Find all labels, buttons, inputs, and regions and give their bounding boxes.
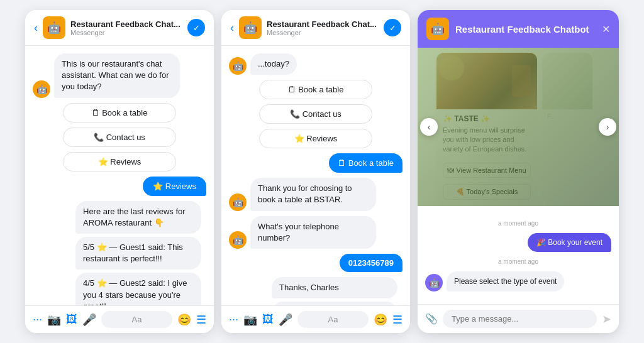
book-table-btn-p2[interactable]: 🗒 Book a table [259,80,372,99]
header-title-p2: Restaurant Feedback Chat... [267,19,379,29]
text-input-p2[interactable]: Aa [297,311,369,328]
back-button[interactable]: ‹ [34,21,38,35]
mic-icon-p2[interactable]: 🎤 [279,313,292,327]
user-book-p2: 🗒 Book a table [329,153,402,173]
widget-send-icon[interactable]: ➤ [602,312,611,326]
bot-bubble-1: This is our restaurant's chat assistant.… [54,53,180,98]
user-reviews-p1: ⭐ Reviews [143,177,206,196]
bot-avatar-p2: 🤖 [239,16,262,39]
chat-body-p1: 🤖 This is our restaurant's chat assistan… [25,46,214,305]
widget-title: Restaurant Feedback Chatbot [455,24,596,35]
carousel: ‹ ✨ TASTE ✨ Evening menu will surprise y… [418,48,619,206]
bot-phone-p2: What's your telephone number? [250,216,376,249]
bot-row-charles-p2: 🤖 Thanks, Charles How many people do you… [229,277,402,305]
chat-footer-p1: ··· 📷 🖼 🎤 Aa 😊 ☰ [25,305,214,333]
bot-row-phone-p2: 🤖 What's your telephone number? [229,216,402,249]
bot-intro-p2: ...today? [250,53,297,75]
panel-2: ‹ 🤖 Restaurant Feedback Chat... Messenge… [221,10,410,333]
user-phone-p2: 0123456789 [340,254,402,272]
review-2: 4/5 ⭐ — Guest2 said: I give you 4 stars … [75,273,201,305]
bot-charles-p2: Thanks, Charles [272,277,397,298]
bot-thank-p2: Thank you for choosing to book a table a… [250,178,376,210]
widget-messages: a moment ago 🎉 Book your event a moment … [418,212,619,298]
back-button-p2[interactable]: ‹ [230,21,234,35]
bot-avatar-icon-p2: 🤖 [229,57,247,75]
chat-body-p2: 🤖 ...today? 🗒 Book a table 📞 Contact us … [221,46,410,305]
text-input-p1[interactable]: Aa [101,311,172,328]
camera-icon-p1[interactable]: 📷 [47,313,61,327]
header-check-p1[interactable]: ✓ [187,19,205,36]
widget-bot-avatar-icon: 🤖 [425,274,443,291]
panel1-header: ‹ 🤖 Restaurant Feedback Chat... Messenge… [25,10,214,46]
emoji-icon-p2[interactable]: 😊 [374,313,387,327]
carousel-left-arrow[interactable]: ‹ [420,118,438,136]
more-icon-p2[interactable]: ··· [229,313,238,326]
header-check-p2[interactable]: ✓ [384,19,401,36]
widget-header: 🤖 Restaurant Feedback Chatbot ✕ [418,10,619,48]
panel-3-widget: 🤖 Restaurant Feedback Chatbot ✕ ‹ [418,10,619,333]
reviews-intro: Here are the last reviews for AROMA rest… [75,201,201,234]
panel-1: ‹ 🤖 Restaurant Feedback Chat... Messenge… [25,10,214,333]
carousel-right-arrow[interactable]: › [599,118,616,136]
bot-multi-p2: Thanks, Charles How many people do you w… [272,277,397,305]
bot-icon-phone-p2: 🤖 [229,231,247,249]
bot-avatar-icon-p1: 🤖 [33,80,50,98]
photo-icon-p2[interactable]: 🖼 [262,313,274,326]
bot-row-thank-p2: 🤖 Thank you for choosing to book a table… [229,178,402,210]
bot-row-intro-p2: 🤖 ...today? [229,53,402,75]
header-info-p1: Restaurant Feedback Chat... Messenger [70,19,182,36]
bot-icon-thank-p2: 🤖 [229,193,247,211]
reviews-btn-p1[interactable]: ⭐ Reviews [63,152,176,172]
contact-us-btn-p1[interactable]: 📞 Contact us [63,128,176,147]
contact-us-btn-p2[interactable]: 📞 Contact us [259,104,372,124]
chat-footer-p2: ··· 📷 🖼 🎤 Aa 😊 ☰ [221,305,410,333]
photo-icon-p1[interactable]: 🖼 [66,313,77,326]
card-image-2 [542,53,592,109]
camera-icon-p2[interactable]: 📷 [243,313,257,327]
header-sub-p2: Messenger [267,29,379,36]
widget-bot-event-bubble: Please select the type of event [447,271,564,292]
header-sub-p1: Messenger [70,29,182,36]
bot-multi-p1: Here are the last reviews for AROMA rest… [75,201,201,305]
timestamp-1: a moment ago [425,219,611,228]
book-table-btn-p1[interactable]: 🗒 Book a table [63,103,176,122]
bot-avatar-p1: 🤖 [43,16,65,39]
widget-close-button[interactable]: ✕ [602,23,610,35]
widget-bot-row-event: 🤖 Please select the type of event [425,271,611,292]
menu-icon-p1[interactable]: ☰ [196,313,206,327]
carousel-card-2-partial: F... [542,53,592,206]
widget-text-input[interactable] [443,310,597,328]
mic-icon-p1[interactable]: 🎤 [82,313,96,327]
bot-row-1: 🤖 This is our restaurant's chat assistan… [33,53,206,98]
widget-attach-icon[interactable]: 📎 [425,313,438,325]
emoji-icon-p1[interactable]: 😊 [177,313,191,327]
header-title-p1: Restaurant Feedback Chat... [70,19,182,29]
timestamp-2: a moment ago [425,257,611,266]
user-book-event: 🎉 Book your event [528,233,611,252]
widget-avatar: 🤖 [426,18,449,40]
panel2-header: ‹ 🤖 Restaurant Feedback Chat... Messenge… [221,10,410,46]
header-info-p2: Restaurant Feedback Chat... Messenger [267,19,379,36]
menu-icon-p2[interactable]: ☰ [392,313,402,327]
more-icon-p1[interactable]: ··· [33,313,42,326]
reviews-btn-p2[interactable]: ⭐ Reviews [259,129,372,148]
review-1: 5/5 ⭐ — Guest1 said: This restaurant is … [75,237,201,270]
widget-footer: 📎 ➤ [418,304,619,333]
carousel-cards: ✨ TASTE ✨ Evening menu will surprise you… [418,53,611,206]
bot-row-reviews: 🤖 Here are the last reviews for AROMA re… [33,201,206,305]
widget-body: ‹ ✨ TASTE ✨ Evening menu will surprise y… [418,48,619,304]
